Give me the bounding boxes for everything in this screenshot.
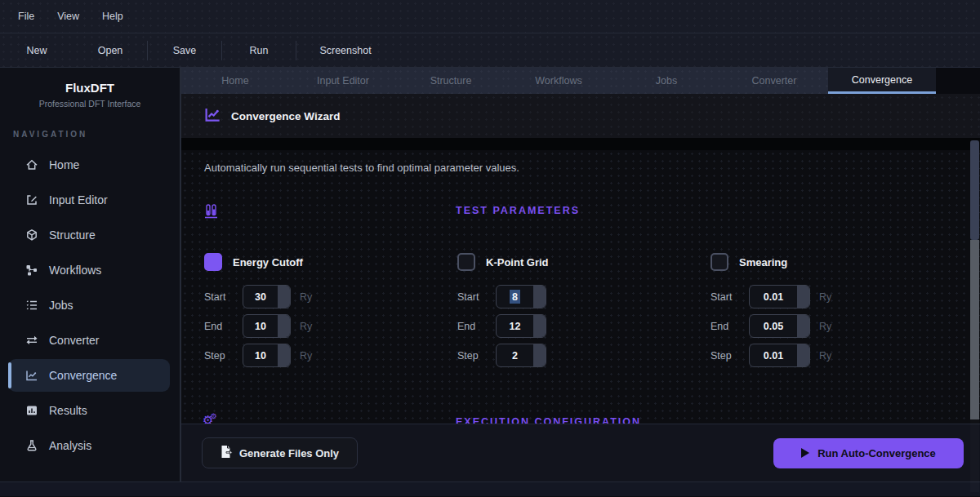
kpoint-step-input[interactable] (497, 344, 533, 366)
stepper-buttons[interactable] (797, 344, 809, 366)
smearing-end-input[interactable] (750, 315, 797, 337)
kpoint-step-stepper[interactable] (496, 344, 546, 367)
unit-label: Ry (819, 321, 831, 332)
unit-label: Ry (300, 291, 312, 303)
kpoint-grid-checkbox[interactable] (457, 253, 475, 271)
sidebar-item-label: Jobs (49, 299, 74, 312)
save-button[interactable]: Save (148, 38, 221, 63)
param-name: K-Point Grid (486, 256, 549, 268)
smearing-step-stepper[interactable] (749, 344, 810, 367)
content-scroll-area[interactable]: Automatically run sequential tests to fi… (181, 150, 980, 424)
gears-icon: ⚙⚙ (203, 414, 220, 424)
tab-jobs[interactable]: Jobs (612, 68, 720, 94)
run-button[interactable]: Run (222, 38, 296, 63)
scrollbar-thumb-lower[interactable] (970, 240, 979, 419)
energy-cutoff-checkbox[interactable] (204, 253, 222, 271)
tab-convergence[interactable]: Convergence (828, 68, 936, 94)
param-name: Energy Cutoff (233, 256, 303, 268)
smearing-step-input[interactable] (750, 344, 797, 366)
sidebar-item-results[interactable]: Results (8, 394, 170, 427)
screenshot-button[interactable]: Screenshot (296, 38, 394, 63)
stepper-buttons[interactable] (797, 315, 809, 337)
tab-structure[interactable]: Structure (397, 68, 505, 94)
stepper-buttons[interactable] (533, 344, 546, 366)
sidebar-item-structure[interactable]: Structure (8, 219, 170, 251)
param-name: Smearing (739, 256, 787, 268)
run-auto-convergence-button[interactable]: Run Auto-Convergence (773, 438, 964, 468)
smearing-start-stepper[interactable] (749, 285, 810, 308)
stepper-buttons[interactable] (797, 286, 809, 308)
exchange-arrows-icon (24, 334, 39, 347)
chart-line-icon (204, 106, 221, 126)
menu-view[interactable]: View (46, 6, 91, 27)
sidebar-item-label: Workflows (49, 264, 101, 277)
smearing-checkbox[interactable] (710, 253, 728, 271)
kpoint-end-stepper[interactable] (496, 314, 546, 338)
stepper-buttons[interactable] (278, 344, 290, 366)
stepper-buttons[interactable] (278, 286, 290, 308)
energy-start-input[interactable] (243, 286, 278, 308)
stepper-buttons[interactable] (533, 286, 546, 308)
tab-label: Home (221, 75, 248, 87)
new-button[interactable]: New (0, 38, 74, 63)
param-column-energy-cutoff: Energy Cutoff Start Ry End Ry (204, 253, 457, 373)
param-row: Start (457, 285, 710, 308)
row-label: End (457, 321, 496, 332)
file-export-icon (220, 445, 233, 461)
sidebar-item-home[interactable]: Home (8, 149, 170, 181)
stepper-buttons[interactable] (278, 315, 290, 337)
smearing-start-input[interactable] (750, 286, 797, 308)
bar-chart-icon (24, 404, 39, 417)
sidebar-item-label: Results (49, 404, 87, 417)
menu-file[interactable]: File (7, 6, 46, 27)
param-row: End (457, 314, 710, 338)
row-label: End (710, 321, 749, 332)
page-header: Convergence Wizard (181, 94, 980, 138)
kpoint-start-input[interactable] (497, 286, 533, 308)
button-label: Run Auto-Convergence (817, 447, 936, 459)
sidebar-item-input-editor[interactable]: Input Editor (8, 184, 170, 216)
open-button[interactable]: Open (74, 38, 147, 63)
energy-start-stepper[interactable] (243, 285, 291, 308)
tab-bar-filler (936, 68, 980, 94)
stepper-buttons[interactable] (533, 315, 546, 337)
row-label: Step (204, 350, 243, 362)
tab-converter[interactable]: Converter (720, 68, 828, 94)
smearing-end-stepper[interactable] (749, 314, 810, 338)
generate-files-only-button[interactable]: Generate Files Only (202, 437, 358, 468)
menu-bar: File View Help (0, 0, 980, 33)
workflow-icon (24, 264, 39, 277)
param-row: End Ry (710, 314, 964, 338)
menu-help[interactable]: Help (91, 6, 135, 27)
tab-label: Converter (752, 75, 797, 87)
energy-step-stepper[interactable] (243, 344, 291, 367)
app-brand: FluxDFT (0, 81, 180, 95)
page-description: Automatically run sequential tests to fi… (204, 162, 980, 174)
sidebar-item-jobs[interactable]: Jobs (8, 289, 170, 322)
kpoint-start-stepper[interactable] (496, 285, 546, 308)
sidebar-item-workflows[interactable]: Workflows (8, 254, 170, 286)
energy-step-input[interactable] (243, 344, 278, 366)
sidebar-item-label: Input Editor (49, 193, 108, 206)
execution-configuration-header: ⚙⚙ EXECUTION CONFIGURATION (181, 415, 980, 424)
unit-label: Ry (300, 321, 312, 332)
tab-input-editor[interactable]: Input Editor (289, 68, 397, 94)
sidebar-item-converter[interactable]: Converter (8, 324, 170, 357)
sidebar-item-convergence[interactable]: Convergence (8, 359, 170, 392)
kpoint-end-input[interactable] (497, 315, 533, 337)
param-row: Start Ry (204, 285, 457, 308)
parameter-grid: Energy Cutoff Start Ry End Ry (204, 253, 980, 373)
edit-icon (24, 193, 39, 206)
sidebar-item-analysis[interactable]: Analysis (8, 429, 170, 462)
energy-end-stepper[interactable] (243, 314, 291, 338)
toolbar: New Open Save Run Screenshot (0, 33, 980, 68)
energy-end-input[interactable] (243, 315, 278, 337)
tab-label: Convergence (852, 74, 912, 86)
tab-home[interactable]: Home (181, 68, 289, 94)
navigation-section-label: NAVIGATION (13, 130, 180, 139)
tab-label: Workflows (535, 75, 581, 87)
sidebar: FluxDFT Professional DFT Interface NAVIG… (0, 68, 181, 481)
task-list-icon (24, 299, 39, 312)
scrollbar-thumb-upper[interactable] (970, 140, 979, 240)
tab-workflows[interactable]: Workflows (505, 68, 612, 94)
